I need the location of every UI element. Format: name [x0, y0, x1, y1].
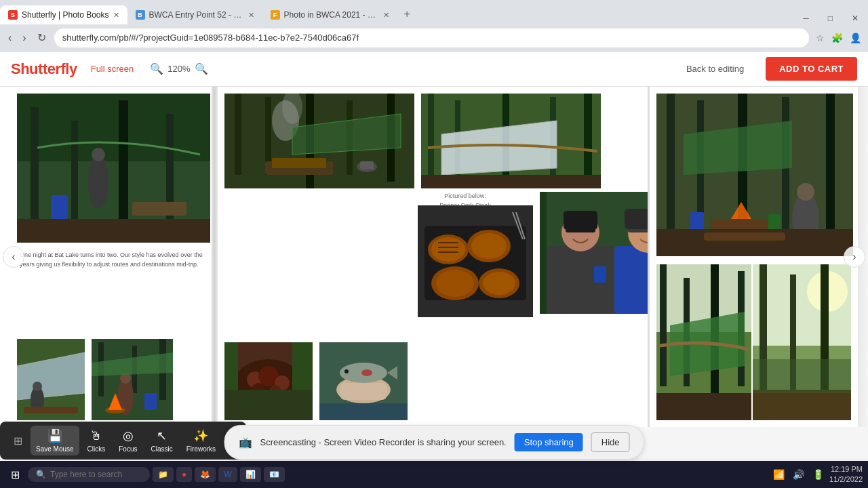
zoom-controls: 🔍 120% 🔍 [150, 62, 208, 75]
minimize-button[interactable]: ─ [793, 12, 818, 24]
svg-rect-5 [166, 114, 174, 236]
back-button[interactable]: ‹ [5, 30, 14, 45]
network-icon[interactable]: 📶 [770, 466, 787, 483]
taskbar-file-explorer[interactable]: 📁 [153, 467, 174, 482]
tab-label-1: Shutterfly | Photo Books [22, 10, 109, 20]
svg-rect-121 [753, 359, 851, 393]
taskbar-chrome[interactable]: ● [176, 467, 192, 482]
tab-close-1[interactable]: ✕ [113, 11, 119, 20]
svg-rect-10 [132, 202, 186, 216]
photo-campfire-top[interactable] [224, 94, 414, 188]
grid-icon[interactable]: ⊞ [8, 429, 28, 453]
taskbar-firefox[interactable]: 🦊 [195, 467, 216, 482]
close-button[interactable]: ✕ [842, 12, 868, 24]
address-icons: ☆ 🧩 👤 [814, 31, 863, 45]
svg-rect-67 [625, 209, 648, 229]
svg-rect-4 [119, 100, 128, 236]
taskbar-clock[interactable]: 12:19 PM 11/2/2022 [829, 464, 863, 485]
svg-point-6 [88, 155, 108, 209]
screen-sharing-banner: 📺 Screencasting - Screen Video Recorder … [224, 425, 644, 460]
shutterfly-logo: Shutterfly [11, 60, 77, 78]
next-page-arrow[interactable]: › [844, 246, 865, 268]
zoom-in-button[interactable]: 🔍 [195, 62, 208, 75]
profile-icon[interactable]: 👤 [848, 31, 863, 45]
svg-rect-62 [540, 192, 547, 314]
volume-icon[interactable]: 🔊 [790, 466, 807, 483]
back-to-editing-link[interactable]: Back to editing [686, 64, 744, 74]
left-page: One night at Bat Lake turns into two. Ou… [0, 87, 214, 427]
svg-rect-8 [51, 195, 68, 219]
tab-bwca[interactable]: B BWCA Entry Point 52 - Brant Lak... ✕ [127, 5, 262, 24]
photo-bright-forest[interactable] [753, 264, 851, 420]
stop-sharing-button[interactable]: Stop sharing [515, 433, 583, 451]
svg-rect-43 [584, 94, 592, 188]
svg-rect-26 [235, 94, 241, 175]
fullscreen-button[interactable]: Full screen [91, 64, 134, 74]
focus-icon: ◎ [123, 428, 134, 443]
svg-rect-81 [224, 342, 238, 396]
window-controls: ─ □ ✕ [793, 12, 868, 24]
svg-point-7 [92, 148, 105, 161]
start-button[interactable]: ⊞ [5, 466, 25, 484]
prev-page-arrow[interactable]: ‹ [3, 246, 24, 268]
svg-rect-83 [224, 390, 313, 420]
tool-fireworks[interactable]: ✨ Fireworks [181, 426, 221, 455]
photo-pork-steak[interactable] [418, 205, 533, 317]
taskbar-app2[interactable]: 📊 [240, 467, 261, 482]
maximize-button[interactable]: □ [818, 12, 842, 24]
photo-fish-hand[interactable] [319, 342, 408, 420]
taskbar-app3[interactable]: 📧 [264, 467, 285, 482]
tool-clicks[interactable]: 🖱 Clicks [82, 426, 111, 455]
tab-favicon-3: F [271, 10, 280, 20]
tab-close-3[interactable]: ✕ [383, 11, 389, 20]
battery-icon[interactable]: 🔋 [810, 466, 827, 483]
photo-hammock-low[interactable] [17, 339, 85, 420]
hide-button[interactable]: Hide [591, 432, 630, 452]
taskbar-search-input[interactable] [50, 470, 145, 479]
reload-button[interactable]: ↻ [35, 30, 49, 45]
search-icon: 🔍 [36, 470, 46, 479]
svg-point-51 [471, 233, 507, 259]
address-bar-row: ‹ › ↻ ☆ 🧩 👤 [0, 24, 868, 52]
address-input[interactable] [54, 28, 809, 47]
photo-book-viewport: ‹ [0, 87, 868, 427]
svg-point-49 [431, 237, 465, 262]
photo-camp-cooking[interactable] [92, 339, 173, 420]
svg-rect-34 [272, 158, 326, 168]
photo-nature1[interactable] [224, 342, 313, 420]
svg-point-53 [436, 270, 474, 297]
classic-icon: ↖ [157, 428, 167, 443]
tab-shutterfly[interactable]: S Shutterfly | Photo Books ✕ [0, 5, 127, 24]
zoom-out-button[interactable]: 🔍 [150, 62, 163, 75]
taskbar-search-box[interactable]: 🔍 [28, 467, 150, 482]
photo-camp-right[interactable] [656, 94, 853, 256]
fireworks-icon: ✨ [193, 428, 208, 443]
extension-icon[interactable]: 🧩 [830, 31, 844, 45]
svg-rect-86 [340, 383, 387, 400]
tab-close-2[interactable]: ✕ [248, 11, 254, 20]
new-tab-button[interactable]: + [397, 8, 417, 20]
photo-selfie-two-men[interactable] [540, 192, 648, 314]
photo-hammock-camp[interactable] [17, 94, 210, 243]
taskbar-word[interactable]: W [218, 467, 237, 482]
tool-focus[interactable]: ◎ Focus [113, 426, 142, 455]
taskbar-system-tray: 📶 🔊 🔋 12:19 PM 11/2/2022 [770, 464, 863, 485]
tab-photo[interactable]: F Photo in BWCA 2021 - Chapter ... ✕ [262, 5, 397, 24]
svg-rect-22 [144, 393, 157, 410]
photo-sunset-forest[interactable] [656, 264, 751, 420]
tool-fireworks-label: Fireworks [186, 445, 216, 453]
svg-rect-73 [594, 266, 606, 283]
screencastify-toolbar: ⊞ 💾 Save Mouse 🖱 Clicks ◎ Focus ↖ Classi… [0, 422, 246, 460]
forward-button[interactable]: › [20, 30, 28, 45]
bookmark-icon[interactable]: ☆ [814, 31, 826, 45]
tool-classic[interactable]: ↖ Classic [146, 426, 178, 455]
tab-favicon-2: B [136, 10, 145, 20]
add-to-cart-button[interactable]: ADD TO CART [766, 57, 857, 81]
tool-save-mouse[interactable]: 💾 Save Mouse [31, 426, 79, 455]
svg-point-100 [797, 183, 814, 201]
screencast-icon: 📺 [239, 436, 252, 449]
tool-classic-label: Classic [151, 445, 173, 453]
svg-rect-3 [71, 121, 78, 229]
book-spread: One night at Bat Lake turns into two. Ou… [0, 87, 868, 427]
photo-tarp-camp[interactable] [421, 94, 601, 188]
